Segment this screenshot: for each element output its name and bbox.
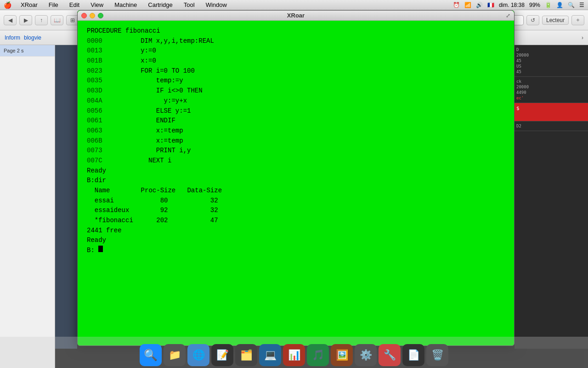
bookmark-blogvie[interactable]: blogvie: [24, 34, 41, 41]
right-panel: D 20000 45 US 45 ck 20000 4490 ec' $ D2: [514, 45, 588, 349]
rp-section-3: $: [514, 103, 588, 121]
wallpaper-left: [55, 45, 77, 349]
cursor: [98, 246, 103, 252]
search-icon[interactable]: 🔍: [568, 2, 575, 8]
window-title: XRoar: [287, 12, 305, 19]
code-line: B:: [87, 246, 505, 256]
menubar: 🍎 XRoar File Edit View Machine Cartridge…: [0, 0, 588, 10]
resize-icon[interactable]: ⤢: [506, 12, 510, 19]
flag-icon: 🇫🇷: [487, 2, 494, 8]
menu-tool[interactable]: Tool: [182, 1, 197, 8]
add-button[interactable]: ＋: [571, 15, 584, 25]
code-line: 0063 x:=temp: [87, 126, 505, 136]
dock-icon-1[interactable]: 📁: [164, 344, 186, 366]
toolbar-right: Lecteur ＋: [542, 15, 584, 25]
xroar-window: XRoar ⤢ PROCEDURE fibonacci0000 DIM x,y,…: [77, 10, 514, 346]
volume-icon: 🔊: [476, 2, 483, 8]
dock-icon-5[interactable]: 💻: [259, 344, 281, 366]
code-line: essai 80 32: [87, 196, 505, 206]
battery-icon: 🔋: [545, 2, 552, 8]
code-line: Name Proc-Size Data-Size: [87, 186, 505, 196]
code-line: 2441 free: [87, 226, 505, 236]
code-line: 0061 ENDIF: [87, 116, 505, 126]
code-line: 003D IF i<>0 THEN: [87, 86, 505, 96]
menubar-right: ⏰ 📶 🔊 🇫🇷 dim. 18:38 99% 🔋 👤 🔍 ☰: [453, 2, 584, 8]
sidebar-page[interactable]: Page 2 s: [0, 45, 55, 57]
datetime-label: dim. 18:38: [499, 2, 525, 8]
rp-row: $: [516, 105, 586, 112]
code-line: 0023 FOR i=0 TO 100: [87, 66, 505, 76]
rp-row: D: [516, 47, 586, 52]
dock-icon-trash[interactable]: 🗑️: [426, 344, 448, 366]
bookmark-inform[interactable]: Inform: [5, 34, 20, 41]
code-line: 0073 PRINT i,y: [87, 146, 505, 156]
rp-row: 45: [516, 69, 586, 75]
battery-label: 99%: [529, 2, 540, 8]
menu-xroar[interactable]: XRoar: [19, 1, 40, 8]
rp-row: ck: [516, 79, 586, 84]
code-line: 001B x:=0: [87, 56, 505, 66]
traffic-lights: [81, 13, 103, 18]
apple-menu[interactable]: 🍎: [4, 1, 11, 9]
forward-button[interactable]: ▶: [19, 15, 32, 25]
back-button[interactable]: ◀: [4, 15, 17, 25]
menu-file[interactable]: File: [47, 1, 60, 8]
dock-icon-6[interactable]: 📊: [283, 344, 305, 366]
dock-icon-11[interactable]: 📄: [402, 344, 424, 366]
rp-row: 20000: [516, 84, 586, 90]
code-line: 0013 y:=0: [87, 46, 505, 56]
menu-cartridge[interactable]: Cartridge: [146, 1, 174, 8]
code-line: B:dir: [87, 176, 505, 186]
code-line: 0056 ELSE y:=1: [87, 106, 505, 116]
menu-machine[interactable]: Machine: [113, 1, 139, 8]
share-button[interactable]: ↑: [35, 15, 48, 25]
dock-icon-finder[interactable]: 🔍: [140, 344, 162, 366]
code-line: PROCEDURE fibonacci: [87, 26, 505, 36]
dock-icon-2[interactable]: 🌐: [187, 344, 209, 366]
dock-icon-7[interactable]: 🎵: [307, 344, 329, 366]
code-line: Ready: [87, 236, 505, 246]
list-icon[interactable]: ☰: [579, 2, 584, 8]
menu-window[interactable]: Window: [204, 1, 229, 8]
left-sidebar: Page 2 s: [0, 45, 55, 368]
xroar-titlebar: XRoar ⤢: [78, 11, 514, 21]
fullscreen-button[interactable]: [98, 13, 103, 18]
dock-icon-4[interactable]: 🗂️: [235, 344, 257, 366]
rp-section-2: ck 20000 4490 ec': [514, 77, 588, 103]
code-line: 006B x:=temp: [87, 136, 505, 146]
menu-edit[interactable]: Edit: [68, 1, 81, 8]
dock-icon-9[interactable]: ⚙️: [355, 344, 377, 366]
dock-icon-3[interactable]: 📝: [211, 344, 233, 366]
code-line: *fibonacci 202 47: [87, 216, 505, 226]
dock-icon-8[interactable]: 🖼️: [331, 344, 353, 366]
lecteur-button[interactable]: Lecteur: [542, 16, 569, 25]
code-line: 0035 temp:=y: [87, 76, 505, 86]
dock-icon-10[interactable]: 🔧: [379, 344, 401, 366]
code-line: Ready: [87, 166, 505, 176]
user-icon: 👤: [556, 2, 563, 8]
rp-row: 20000: [516, 52, 586, 58]
minimize-button[interactable]: [90, 13, 95, 18]
refresh-button[interactable]: ↺: [526, 15, 539, 25]
code-line: 0000 DIM x,y,i,temp:REAL: [87, 36, 505, 46]
rp-row: D2: [516, 123, 586, 129]
rp-section-1: D 20000 45 US 45: [514, 45, 588, 77]
rp-row: US: [516, 63, 586, 69]
rp-row: ec': [516, 95, 586, 101]
xroar-terminal[interactable]: PROCEDURE fibonacci0000 DIM x,y,i,temp:R…: [78, 21, 514, 345]
chevron-right-icon: ›: [582, 34, 583, 41]
code-line: 004A y:=y+x: [87, 96, 505, 106]
bookmark-button[interactable]: 📖: [51, 15, 63, 25]
close-button[interactable]: [81, 13, 87, 18]
rp-row: 4490: [516, 90, 586, 95]
code-line: essaideux 92 32: [87, 206, 505, 216]
wifi-icon: 📶: [464, 2, 471, 8]
dock: 🔍 📁 🌐 📝 🗂️ 💻 📊 🎵 🖼️ ⚙️ 🔧 📄 🗑️: [0, 337, 588, 368]
time-icon: ⏰: [453, 2, 460, 8]
code-line: 007C NEXT i: [87, 156, 505, 166]
rp-row: 45: [516, 58, 586, 63]
rp-section-4: D2: [514, 121, 588, 131]
menu-view[interactable]: View: [89, 1, 105, 8]
